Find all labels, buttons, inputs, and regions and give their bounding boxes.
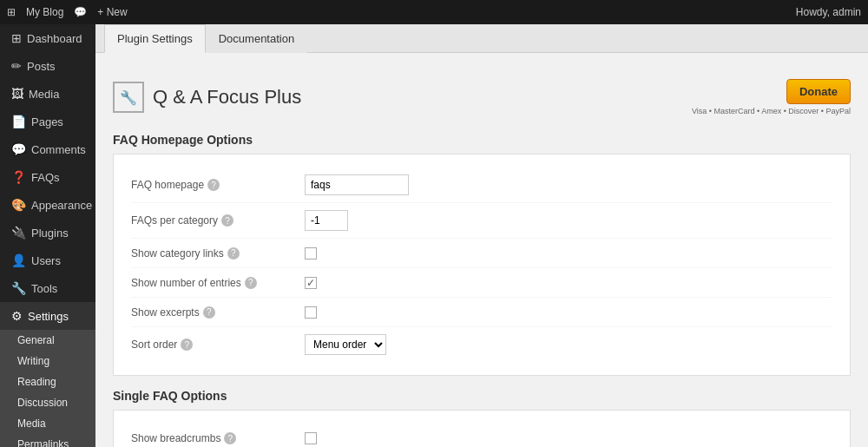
- comments-icon: 💬: [11, 142, 26, 156]
- show-number-of-entries-control: ✓: [305, 277, 317, 289]
- sidebar: ⊞ Dashboard ✏ Posts 🖼 Media 📄 Pages 💬 Co…: [0, 24, 95, 447]
- sidebar-sub-media-settings[interactable]: Media: [0, 413, 95, 434]
- faq-homepage-label: FAQ homepage ?: [131, 179, 305, 191]
- faq-homepage-row: FAQ homepage ?: [131, 168, 832, 203]
- faq-homepage-help-icon[interactable]: ?: [207, 179, 220, 191]
- howdy-text: Howdy, admin: [796, 6, 861, 18]
- faq-homepage-section-title: FAQ Homepage Options: [113, 133, 851, 147]
- single-faq-section-title: Single FAQ Options: [113, 389, 851, 403]
- tab-documentation[interactable]: Documentation: [206, 24, 307, 53]
- faq-homepage-control: [305, 174, 409, 195]
- show-category-links-label: Show category links ?: [131, 247, 305, 260]
- faqs-per-category-control: [305, 210, 348, 231]
- sidebar-item-appearance[interactable]: 🎨 Appearance: [0, 191, 95, 219]
- show-number-of-entries-row: Show number of entries ? ✓: [131, 268, 832, 298]
- faqs-per-category-help-icon[interactable]: ?: [221, 214, 233, 227]
- wp-icon: ⊞: [7, 6, 16, 18]
- show-excerpts-control: [305, 306, 317, 319]
- show-breadcrumbs-control: [305, 432, 317, 444]
- posts-icon: ✏: [11, 59, 22, 73]
- top-bar: ⊞ My Blog 💬 + New Howdy, admin: [0, 0, 868, 24]
- show-breadcrumbs-label: Show breadcrumbs ?: [131, 432, 305, 444]
- sidebar-sub-permalinks[interactable]: Permalinks: [0, 434, 95, 447]
- sidebar-sub-reading[interactable]: Reading: [0, 371, 95, 392]
- page-title-area: 🔧 Q & A Focus Plus: [113, 82, 301, 113]
- sidebar-item-media[interactable]: 🖼 Media: [0, 80, 95, 108]
- tabs-bar: Plugin Settings Documentation: [95, 24, 868, 53]
- show-excerpts-checkbox[interactable]: [305, 306, 317, 319]
- sidebar-sub-discussion[interactable]: Discussion: [0, 392, 95, 413]
- tools-icon: 🔧: [11, 281, 26, 295]
- sidebar-sub-general[interactable]: General: [0, 330, 95, 351]
- show-number-of-entries-checkbox[interactable]: ✓: [305, 277, 317, 289]
- layout: ⊞ Dashboard ✏ Posts 🖼 Media 📄 Pages 💬 Co…: [0, 24, 868, 447]
- sidebar-item-tools[interactable]: 🔧 Tools: [0, 274, 95, 302]
- sidebar-item-pages[interactable]: 📄 Pages: [0, 108, 95, 135]
- pages-icon: 📄: [11, 115, 26, 128]
- sidebar-sub-writing[interactable]: Writing: [0, 351, 95, 371]
- tab-plugin-settings[interactable]: Plugin Settings: [104, 24, 206, 53]
- dashboard-icon: ⊞: [11, 31, 22, 45]
- sort-order-label: Sort order ?: [131, 339, 305, 351]
- sidebar-item-posts[interactable]: ✏ Posts: [0, 52, 95, 80]
- sidebar-item-plugins[interactable]: 🔌 Plugins: [0, 219, 95, 247]
- show-breadcrumbs-checkbox[interactable]: [305, 432, 317, 444]
- sort-order-control: Menu order Date Title Random: [305, 334, 386, 355]
- show-excerpts-help-icon[interactable]: ?: [203, 306, 215, 319]
- show-category-links-row: Show category links ?: [131, 239, 832, 268]
- sort-order-row: Sort order ? Menu order Date Title Rando…: [131, 327, 832, 362]
- new-link[interactable]: + New: [97, 6, 127, 18]
- plugin-icon-symbol: 🔧: [120, 89, 137, 106]
- users-icon: 👤: [11, 253, 26, 267]
- faqs-icon: ❓: [11, 170, 26, 184]
- faq-homepage-input[interactable]: [305, 174, 409, 195]
- faqs-per-category-input[interactable]: [305, 210, 348, 231]
- page-title: Q & A Focus Plus: [153, 86, 301, 108]
- page-header: 🔧 Q & A Focus Plus Donate Visa • MasterC…: [113, 79, 851, 115]
- my-blog-link[interactable]: My Blog: [26, 6, 63, 18]
- sidebar-item-settings[interactable]: ⚙ Settings: [0, 302, 95, 330]
- faqs-per-category-label: FAQs per category ?: [131, 214, 305, 227]
- faq-homepage-options-box: FAQ homepage ? FAQs per category ?: [113, 154, 851, 376]
- single-faq-options-box: Show breadcrumbs ?: [113, 410, 851, 447]
- sidebar-item-comments[interactable]: 💬 Comments: [0, 135, 95, 163]
- show-excerpts-label: Show excerpts ?: [131, 306, 305, 319]
- wp-logo[interactable]: ⊞: [7, 6, 16, 18]
- donate-section: Donate Visa • MasterCard • Amex • Discov…: [692, 79, 851, 115]
- show-category-links-checkbox[interactable]: [305, 247, 317, 260]
- settings-submenu: General Writing Reading Discussion Media…: [0, 330, 95, 447]
- show-category-links-control: [305, 247, 317, 260]
- plugin-icon: 🔧: [113, 82, 144, 113]
- comment-icon-link[interactable]: 💬: [74, 6, 87, 18]
- show-number-of-entries-help-icon[interactable]: ?: [245, 277, 257, 289]
- appearance-icon: 🎨: [11, 198, 26, 212]
- show-number-of-entries-label: Show number of entries ?: [131, 277, 305, 289]
- show-excerpts-row: Show excerpts ?: [131, 298, 832, 327]
- comment-icon: 💬: [74, 6, 87, 18]
- main-content: Plugin Settings Documentation 🔧 Q & A Fo…: [95, 24, 868, 447]
- sidebar-item-faqs[interactable]: ❓ FAQs: [0, 163, 95, 191]
- plugins-icon: 🔌: [11, 226, 26, 240]
- card-icons: Visa • MasterCard • Amex • Discover • Pa…: [692, 107, 851, 115]
- faqs-per-category-row: FAQs per category ?: [131, 203, 832, 239]
- donate-button[interactable]: Donate: [786, 79, 851, 104]
- settings-icon: ⚙: [11, 309, 23, 323]
- sidebar-item-users[interactable]: 👤 Users: [0, 247, 95, 274]
- show-category-links-help-icon[interactable]: ?: [227, 247, 240, 260]
- sidebar-item-dashboard[interactable]: ⊞ Dashboard: [0, 24, 95, 52]
- show-breadcrumbs-help-icon[interactable]: ?: [224, 432, 236, 444]
- media-icon: 🖼: [11, 87, 23, 101]
- show-breadcrumbs-row: Show breadcrumbs ?: [131, 424, 832, 447]
- sort-order-help-icon[interactable]: ?: [181, 339, 193, 351]
- sort-order-select[interactable]: Menu order Date Title Random: [305, 334, 386, 355]
- content-area: 🔧 Q & A Focus Plus Donate Visa • MasterC…: [95, 53, 868, 447]
